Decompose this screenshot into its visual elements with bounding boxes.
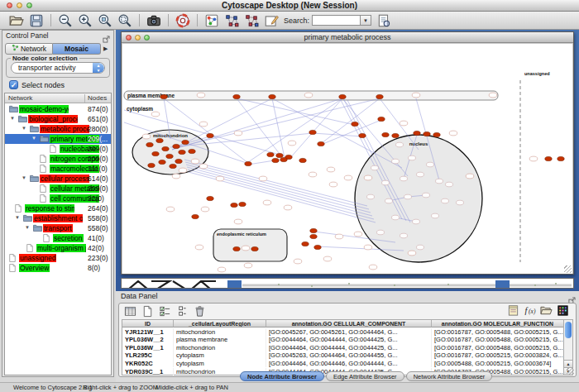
graph-node[interactable] <box>310 228 317 232</box>
graph-node-nucleus[interactable] <box>392 215 400 220</box>
graph-node-nucleus[interactable] <box>457 200 464 205</box>
annotation-edit-icon[interactable] <box>264 13 279 28</box>
graph-node-nucleus[interactable] <box>409 155 416 160</box>
graph-node-label[interactable] <box>199 122 208 127</box>
graph-node[interactable] <box>251 246 258 251</box>
float-panel-icon[interactable] <box>103 31 110 39</box>
tab-node-attribute-browser[interactable]: Node Attribute Browser <box>240 371 324 381</box>
float-panel-icon[interactable] <box>568 293 576 300</box>
graph-node-label[interactable] <box>201 207 209 212</box>
graph-node-label[interactable] <box>216 176 224 181</box>
graph-node-nucleus[interactable] <box>377 230 385 235</box>
graph-node-nucleus[interactable] <box>442 198 449 203</box>
help-lifebuoy-icon[interactable] <box>175 13 190 28</box>
tree-row-mosaic-demo-yeast[interactable]: mosaic-demo-yeast874(0) <box>5 104 111 114</box>
graph-node[interactable] <box>272 158 279 162</box>
table-cell[interactable]: YJR121W__1 <box>122 328 174 337</box>
tab-network-attribute-browser[interactable]: Network Attribute Browser <box>406 371 493 381</box>
table-cell[interactable]: [GO:0044464, GO:0044444, GO:0044425, G..… <box>266 336 432 344</box>
graph-node-label[interactable] <box>364 245 372 250</box>
graph-node-nucleus[interactable] <box>432 213 439 218</box>
graph-node[interactable] <box>162 146 169 151</box>
tree-row-cellular-metabol[interactable]: cellular metabol209(0) <box>5 184 111 194</box>
graph-node-label[interactable] <box>259 176 267 181</box>
table-cell[interactable]: mitochondrion <box>174 328 266 337</box>
network-canvas[interactable]: plasma membranecytoplasmmitochondrionnuc… <box>122 44 572 274</box>
table-cell[interactable]: mitochondrion <box>174 344 266 352</box>
table-cell[interactable]: [GO:0045267, GO:0045261, GO:0044464, G..… <box>266 328 432 337</box>
graph-node[interactable] <box>557 156 564 160</box>
tree-row-biological-process[interactable]: ▼biological_process651(0) <box>5 114 111 124</box>
graph-node-label[interactable] <box>191 159 199 164</box>
graph-node[interactable] <box>156 138 163 142</box>
tree-row-primary-metabol[interactable]: ▼primary metabol209(... <box>5 134 111 144</box>
graph-node-label[interactable] <box>489 93 497 98</box>
tab-mosaic[interactable]: Mosaic <box>53 43 101 55</box>
graph-node-label[interactable] <box>466 174 474 179</box>
graph-node-label[interactable] <box>244 263 252 268</box>
delete-attribute-icon[interactable] <box>194 305 206 318</box>
attribute-list-icon[interactable] <box>176 305 189 318</box>
graph-node[interactable] <box>245 161 251 165</box>
graph-node[interactable] <box>267 152 274 156</box>
graph-node[interactable] <box>182 140 189 144</box>
graph-node[interactable] <box>299 158 306 162</box>
matrix-icon[interactable] <box>557 304 569 317</box>
table-cell[interactable]: YPL036W__1 <box>122 344 174 352</box>
graph-node[interactable] <box>352 122 358 126</box>
graph-node-nucleus[interactable] <box>392 159 400 164</box>
graph-node-nucleus[interactable] <box>417 245 424 250</box>
graph-node-label[interactable] <box>408 251 416 256</box>
graph-node[interactable] <box>359 133 366 137</box>
tree-row-cellular-process[interactable]: ▼cellular process614(0) <box>5 174 111 184</box>
zoom-out-icon[interactable] <box>58 13 73 28</box>
graph-node[interactable] <box>207 133 213 137</box>
graph-node-nucleus[interactable] <box>400 233 408 238</box>
notes-icon[interactable] <box>507 304 519 317</box>
tree-row-establishment-of-lo[interactable]: ▼establishment of lo558(0) <box>5 213 111 223</box>
graph-node-nucleus[interactable] <box>404 194 412 199</box>
expander-icon[interactable]: ▼ <box>22 175 26 180</box>
select-nodes-checkbox[interactable]: ✓ <box>9 80 18 89</box>
expander-icon[interactable]: ▼ <box>31 136 36 141</box>
table-cell[interactable]: [GO:0045263, GO:0044464, GO:0044455, G..… <box>266 351 432 360</box>
table-cell[interactable]: YKR052C <box>122 360 174 368</box>
import-attributes-icon[interactable] <box>540 304 553 317</box>
expander-icon[interactable]: ▼ <box>15 215 20 220</box>
table-cell[interactable]: [GO:0016787, GO:0005488, GO:0005215, G..… <box>432 344 564 352</box>
graph-node[interactable] <box>314 245 321 249</box>
graph-node[interactable] <box>378 117 385 121</box>
background-window-preview[interactable] <box>121 278 574 289</box>
graph-node-label[interactable] <box>323 256 332 261</box>
graph-node[interactable] <box>146 142 153 146</box>
node-color-dropdown[interactable]: transporter activity ▲▼ <box>11 62 105 74</box>
tree-row-metabolic-process[interactable]: ▼metabolic process280(0) <box>5 124 111 134</box>
tab-edge-attribute-browser[interactable]: Edge Attribute Browser <box>326 371 404 381</box>
graph-node-label[interactable] <box>172 174 180 179</box>
tree-row-nitrogen-compo[interactable]: nitrogen compo209(0) <box>5 154 111 164</box>
graph-node-label[interactable] <box>197 93 205 98</box>
graph-node[interactable] <box>152 151 159 155</box>
graph-node[interactable] <box>170 164 176 168</box>
window-resize-grip[interactable] <box>564 265 572 273</box>
graph-node[interactable] <box>310 234 317 238</box>
graph-node[interactable] <box>231 203 237 207</box>
graph-node-label[interactable] <box>179 168 187 173</box>
search-dropdown-arrow-icon[interactable]: ▼ <box>360 15 371 26</box>
graph-node[interactable] <box>189 149 195 153</box>
graph-node-nucleus[interactable] <box>436 179 443 184</box>
graph-node[interactable] <box>166 154 173 158</box>
tree-row-overview[interactable]: Overview8(0) <box>5 263 111 273</box>
graph-node-label[interactable] <box>234 219 242 224</box>
table-header-2[interactable]: annotation.GO CELLULAR_COMPONENT <box>266 320 432 327</box>
graph-node[interactable] <box>239 202 246 206</box>
graph-node-nucleus[interactable] <box>446 182 453 187</box>
graph-node[interactable] <box>392 133 399 137</box>
tab-network[interactable]: Network <box>5 43 53 55</box>
graph-node[interactable] <box>302 241 309 246</box>
graph-node-nucleus[interactable] <box>400 176 408 181</box>
zoom-fit-icon[interactable] <box>117 13 132 28</box>
scroll-up-button[interactable]: ▲ <box>564 360 572 367</box>
tree-row-macromolecule[interactable]: macromolecule311(0) <box>5 164 111 174</box>
table-cell[interactable]: YDR039C__1 <box>122 368 174 376</box>
